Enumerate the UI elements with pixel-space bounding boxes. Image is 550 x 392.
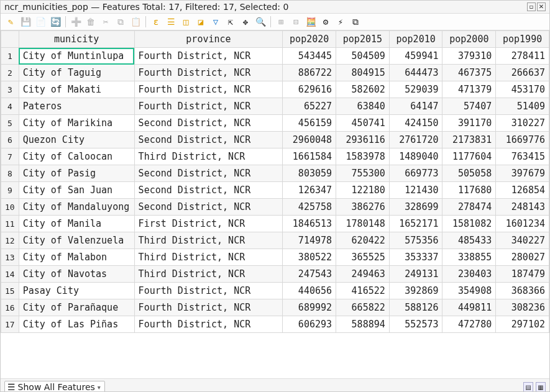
table-row[interactable]: 8City of PasigSecond District, NCR803059… <box>1 165 549 182</box>
column-header-pop2000[interactable]: pop2000 <box>442 31 496 48</box>
cell-pop2015[interactable]: 665822 <box>336 299 390 316</box>
cell-pop2010[interactable]: 669773 <box>389 165 442 182</box>
field-calc-icon[interactable]: 🧮 <box>305 16 317 28</box>
cell-pop1990[interactable]: 397679 <box>496 165 549 182</box>
cell-pop2020[interactable]: 714978 <box>283 232 336 249</box>
cell-pop2020[interactable]: 606293 <box>283 316 336 333</box>
cell-pop2000[interactable]: 449811 <box>442 299 496 316</box>
select-all-icon[interactable]: ☰ <box>165 16 177 28</box>
cell-pop2020[interactable]: 126347 <box>283 182 336 199</box>
cell-pop2000[interactable]: 472780 <box>442 316 496 333</box>
cell-municity[interactable]: City of Navotas <box>19 266 134 283</box>
table-row[interactable]: 15Pasay CityFourth District, NCR44065641… <box>1 283 549 299</box>
cell-pop2010[interactable]: 588126 <box>389 299 442 316</box>
cell-province[interactable]: Fourth District, NCR <box>134 283 283 299</box>
cell-province[interactable]: Fourth District, NCR <box>134 316 283 333</box>
cell-province[interactable]: Second District, NCR <box>134 182 283 199</box>
cell-pop2000[interactable]: 1177604 <box>442 148 496 165</box>
cell-province[interactable]: Second District, NCR <box>134 132 283 148</box>
cell-pop2000[interactable]: 391170 <box>442 115 496 132</box>
cell-pop2010[interactable]: 353337 <box>389 249 442 266</box>
column-header-pop2010[interactable]: pop2010 <box>389 31 442 48</box>
cell-pop2000[interactable]: 354908 <box>442 283 496 299</box>
cell-pop1990[interactable]: 266637 <box>496 65 549 81</box>
column-header-pop2015[interactable]: pop2015 <box>336 31 390 48</box>
column-header-pop1990[interactable]: pop1990 <box>496 31 549 48</box>
table-row[interactable]: 7City of CaloocanThird District, NCR1661… <box>1 148 549 165</box>
deselect-icon[interactable]: ◪ <box>195 16 207 28</box>
table-row[interactable]: 17City of Las PiñasFourth District, NCR6… <box>1 316 549 333</box>
cell-province[interactable]: Third District, NCR <box>134 266 283 283</box>
cell-pop2010[interactable]: 529039 <box>389 81 442 98</box>
cell-municity[interactable]: City of San Juan <box>19 182 134 199</box>
table-row[interactable]: 10City of MandaluyongSecond District, NC… <box>1 199 549 216</box>
cell-pop1990[interactable]: 763415 <box>496 148 549 165</box>
cell-province[interactable]: Second District, NCR <box>134 199 283 216</box>
cell-pop1990[interactable]: 280027 <box>496 249 549 266</box>
cell-pop2000[interactable]: 1581082 <box>442 216 496 232</box>
pencil-icon[interactable]: ✎ <box>4 16 17 28</box>
row-number[interactable]: 4 <box>1 98 19 115</box>
cell-municity[interactable]: City of Marikina <box>19 115 134 132</box>
cell-pop2010[interactable]: 1489040 <box>389 148 442 165</box>
cell-pop2020[interactable]: 629616 <box>283 81 336 98</box>
feature-filter-dropdown[interactable]: ☰ Show All Features ▾ <box>4 381 105 392</box>
cell-pop2020[interactable]: 803059 <box>283 165 336 182</box>
row-number[interactable]: 9 <box>1 182 19 199</box>
select-by-expression-icon[interactable]: ε <box>150 16 162 28</box>
cell-pop1990[interactable]: 187479 <box>496 266 549 283</box>
cell-province[interactable]: Third District, NCR <box>134 232 283 249</box>
cell-pop2015[interactable]: 63840 <box>336 98 390 115</box>
column-header-municity[interactable]: municity <box>19 31 134 48</box>
cell-municity[interactable]: Quezon City <box>19 132 134 148</box>
cell-pop2000[interactable]: 379310 <box>442 48 496 65</box>
cell-pop2015[interactable]: 386276 <box>336 199 390 216</box>
cell-province[interactable]: Fourth District, NCR <box>134 81 283 98</box>
attribute-table-scroll[interactable]: municityprovincepop2020pop2015pop2010pop… <box>1 30 549 378</box>
cell-pop1990[interactable]: 340227 <box>496 232 549 249</box>
cell-pop2020[interactable]: 247543 <box>283 266 336 283</box>
cell-pop2015[interactable]: 804915 <box>336 65 390 81</box>
cell-pop2010[interactable]: 249131 <box>389 266 442 283</box>
cell-pop1990[interactable]: 310227 <box>496 115 549 132</box>
cell-municity[interactable]: City of Manila <box>19 216 134 232</box>
cell-pop2010[interactable]: 644473 <box>389 65 442 81</box>
cell-pop2015[interactable]: 2936116 <box>336 132 390 148</box>
cell-province[interactable]: Fourth District, NCR <box>134 299 283 316</box>
cell-municity[interactable]: City of Valenzuela <box>19 232 134 249</box>
cell-pop2010[interactable]: 328699 <box>389 199 442 216</box>
cell-pop2020[interactable]: 380522 <box>283 249 336 266</box>
row-number[interactable]: 10 <box>1 199 19 216</box>
table-row[interactable]: 6Quezon CitySecond District, NCR29600482… <box>1 132 549 148</box>
cell-pop1990[interactable]: 453170 <box>496 81 549 98</box>
table-row[interactable]: 1City of MuntinlupaFourth District, NCR5… <box>1 48 549 65</box>
pan-to-icon[interactable]: ✥ <box>239 16 252 28</box>
cell-pop2020[interactable]: 440656 <box>283 283 336 299</box>
move-to-top-icon[interactable]: ⇱ <box>224 16 237 28</box>
cell-province[interactable]: First District, NCR <box>134 216 283 232</box>
reload-icon[interactable]: 🔄 <box>49 16 62 28</box>
cell-pop2010[interactable]: 64147 <box>389 98 442 115</box>
cell-pop2015[interactable]: 504509 <box>336 48 390 65</box>
row-number[interactable]: 5 <box>1 115 19 132</box>
cell-pop2010[interactable]: 2761720 <box>389 132 442 148</box>
row-number[interactable]: 16 <box>1 299 19 316</box>
cell-pop2020[interactable]: 456159 <box>283 115 336 132</box>
cell-pop2015[interactable]: 122180 <box>336 182 390 199</box>
cell-pop2020[interactable]: 425758 <box>283 199 336 216</box>
cell-pop2000[interactable]: 471379 <box>442 81 496 98</box>
cell-pop2020[interactable]: 1661584 <box>283 148 336 165</box>
cell-pop1990[interactable]: 51409 <box>496 98 549 115</box>
cell-pop2015[interactable]: 249463 <box>336 266 390 283</box>
column-header-province[interactable]: province <box>134 31 283 48</box>
cell-province[interactable]: Fourth District, NCR <box>134 98 283 115</box>
filter-icon[interactable]: ▽ <box>209 16 222 28</box>
row-number[interactable]: 3 <box>1 81 19 98</box>
minimize-icon[interactable]: ▫ <box>527 2 536 11</box>
cell-municity[interactable]: City of Parañaque <box>19 299 134 316</box>
cell-municity[interactable]: City of Makati <box>19 81 134 98</box>
cell-pop1990[interactable]: 368366 <box>496 283 549 299</box>
cell-pop2010[interactable]: 1652171 <box>389 216 442 232</box>
cell-pop1990[interactable]: 1601234 <box>496 216 549 232</box>
cell-province[interactable]: Second District, NCR <box>134 165 283 182</box>
